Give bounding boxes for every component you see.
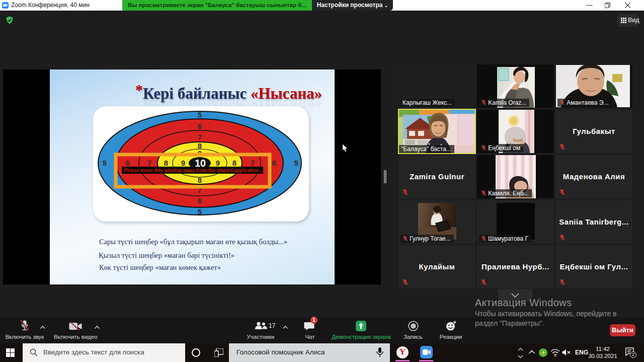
svg-text:6: 6 [198,122,202,130]
svg-text:7: 7 [147,159,151,167]
svg-text:Please move this window away f: Please move this window away from the sh… [124,167,261,173]
svg-text:9: 9 [181,159,185,167]
svg-text:5: 5 [103,159,107,167]
svg-text:8: 8 [164,159,168,167]
svg-text:6: 6 [126,159,130,167]
svg-text:5: 5 [198,207,202,216]
svg-text:9: 9 [216,159,220,167]
svg-text:8: 8 [232,159,236,167]
svg-text:7: 7 [198,133,202,141]
svg-text:7: 7 [251,159,255,167]
svg-text:6: 6 [198,196,202,205]
svg-text:8: 8 [198,176,202,184]
svg-text:5: 5 [198,110,202,119]
svg-text:5: 5 [294,159,298,167]
svg-text:6: 6 [272,159,276,167]
